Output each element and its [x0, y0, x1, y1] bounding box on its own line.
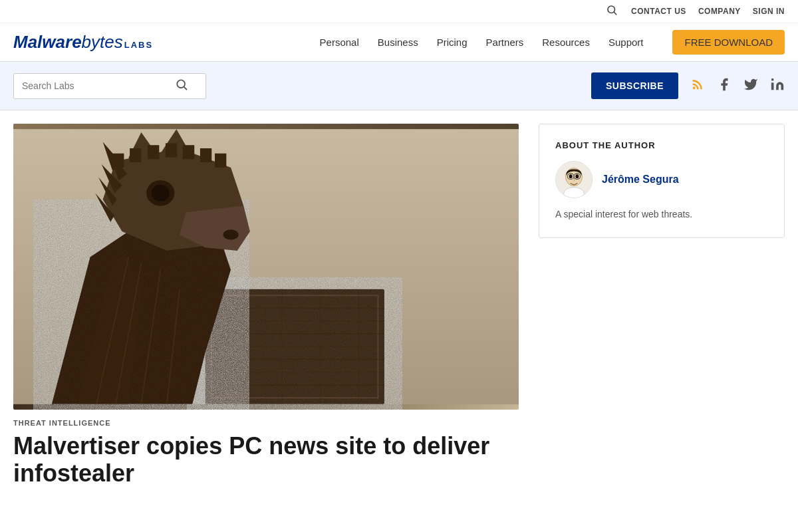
author-info: Jérôme Segura	[555, 161, 768, 198]
free-download-button[interactable]: FREE DOWNLOAD	[672, 30, 785, 55]
linkedin-icon[interactable]	[770, 77, 785, 95]
svg-point-4	[771, 78, 774, 80]
logo-malware-text: Malware	[13, 32, 82, 53]
nav-business[interactable]: Business	[378, 37, 418, 48]
author-avatar	[555, 161, 593, 198]
author-name: Jérôme Segura	[602, 174, 679, 186]
author-bio: A special interest for web threats.	[555, 207, 768, 221]
svg-rect-28	[148, 145, 159, 159]
twitter-icon[interactable]	[743, 77, 758, 95]
svg-line-1	[614, 12, 616, 14]
top-bar-links: CONTACT US COMPANY SIGN IN	[631, 7, 785, 16]
logo-bytes-text: bytes	[82, 32, 123, 53]
search-icon[interactable]	[606, 4, 618, 19]
article-main: THREAT INTELLIGENCE Malvertiser copies P…	[13, 124, 519, 487]
subscribe-button[interactable]: SUBSCRIBE	[591, 72, 678, 99]
nav-resources[interactable]: Resources	[542, 37, 590, 48]
nav-pricing[interactable]: Pricing	[437, 37, 467, 48]
svg-rect-26	[112, 154, 124, 168]
facebook-icon[interactable]	[717, 77, 732, 95]
svg-point-21	[152, 185, 170, 201]
svg-point-36	[569, 174, 573, 178]
svg-rect-30	[183, 145, 194, 159]
svg-point-19	[223, 229, 239, 239]
sidebar: ABOUT THE AUTHOR	[539, 124, 785, 487]
svg-line-3	[184, 86, 187, 89]
svg-point-37	[575, 174, 579, 178]
svg-rect-29	[166, 143, 177, 157]
main-nav: Malware bytes LABS Personal Business Pri…	[0, 23, 798, 62]
rss-icon[interactable]	[690, 77, 705, 95]
search-bar-section: SUBSCRIBE	[0, 62, 798, 110]
sign-in-link[interactable]: SIGN IN	[753, 7, 785, 16]
nav-personal[interactable]: Personal	[320, 37, 359, 48]
content-area: THREAT INTELLIGENCE Malvertiser copies P…	[0, 124, 798, 487]
svg-rect-31	[200, 148, 211, 162]
search-input-wrap[interactable]	[13, 73, 206, 99]
article-hero-image	[13, 124, 519, 410]
article-title: Malvertiser copies PC news site to deliv…	[13, 432, 519, 487]
logo-labs-text: LABS	[124, 40, 153, 53]
svg-point-34	[564, 188, 585, 198]
author-card: ABOUT THE AUTHOR	[539, 124, 785, 238]
search-bar-right: SUBSCRIBE	[591, 72, 785, 99]
logo[interactable]: Malware bytes LABS	[13, 32, 153, 53]
nav-partners[interactable]: Partners	[486, 37, 524, 48]
article-category: THREAT INTELLIGENCE	[13, 419, 519, 427]
nav-support[interactable]: Support	[608, 37, 644, 48]
search-input[interactable]	[22, 80, 168, 91]
about-author-heading: ABOUT THE AUTHOR	[555, 140, 768, 150]
top-utility-bar: CONTACT US COMPANY SIGN IN	[0, 0, 798, 23]
svg-rect-27	[130, 148, 141, 162]
company-link[interactable]: COMPANY	[698, 7, 741, 16]
svg-rect-32	[215, 154, 226, 168]
search-submit-button[interactable]	[175, 78, 188, 94]
contact-us-link[interactable]: CONTACT US	[631, 7, 686, 16]
nav-links: Personal Business Pricing Partners Resou…	[320, 30, 785, 55]
